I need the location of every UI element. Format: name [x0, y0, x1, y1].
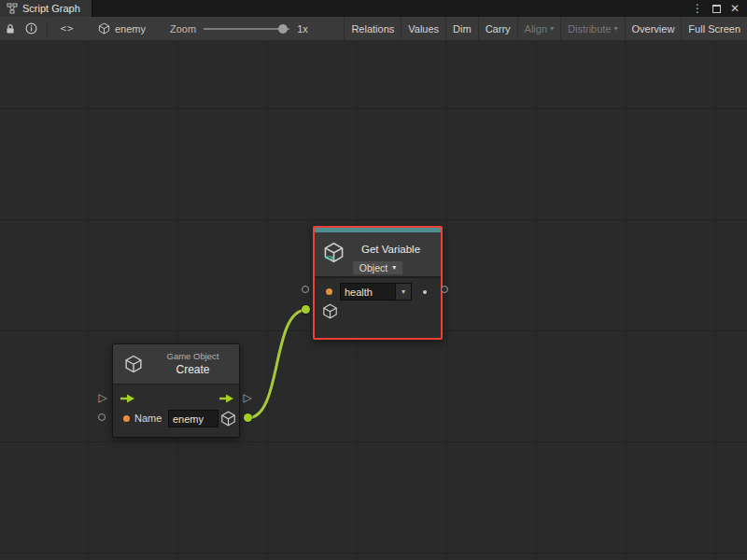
- node-group-label: Game Object: [150, 351, 235, 361]
- toolbar-button-overview[interactable]: Overview: [625, 17, 682, 40]
- chevron-down-icon: ▾: [402, 287, 405, 296]
- node-header: <> Get Variable Object ▾: [315, 232, 441, 277]
- tab-title: Script Graph: [22, 3, 80, 14]
- connection-wire[interactable]: [247, 310, 306, 418]
- target-object-cube-icon: [322, 303, 338, 319]
- chevron-down-icon: ▾: [550, 25, 554, 33]
- script-graph-window: Script Graph ⋮ ✕ <>: [0, 0, 747, 560]
- toolbar-button-distribute[interactable]: Distribute ▾: [560, 17, 624, 40]
- chevron-down-icon: ▾: [392, 264, 396, 272]
- graph-object-cube-icon: [98, 22, 110, 35]
- toolbar-button-relations[interactable]: Relations: [344, 17, 401, 40]
- game-object-cube-icon: [124, 355, 143, 373]
- flow-output-port[interactable]: ▷: [241, 391, 254, 404]
- info-icon[interactable]: [21, 17, 41, 40]
- node-header: Game Object Create: [113, 344, 239, 385]
- node-body: ▾: [315, 277, 441, 338]
- graph-identity: enemy: [98, 22, 146, 35]
- inline-value-indicator: [123, 415, 130, 422]
- tab-script-graph[interactable]: Script Graph: [0, 0, 92, 17]
- toolbar-button-carry[interactable]: Carry: [478, 17, 517, 40]
- node-titles: Game Object Create: [150, 351, 235, 376]
- variable-code-badge-icon: <>: [325, 253, 333, 262]
- zoom-label: Zoom: [170, 23, 196, 35]
- variable-name-input[interactable]: [340, 283, 396, 301]
- script-graph-icon: [7, 3, 18, 14]
- zoom-control: Zoom 1x: [170, 22, 308, 35]
- name-input-port[interactable]: [98, 413, 106, 421]
- kebab-menu-icon[interactable]: ⋮: [692, 3, 703, 14]
- code-view-icon[interactable]: <>: [53, 17, 81, 40]
- chevron-down-icon: ▾: [614, 25, 618, 33]
- name-input-port[interactable]: [302, 286, 309, 293]
- variable-name-dropdown-button[interactable]: ▾: [396, 283, 412, 301]
- maximize-icon[interactable]: [712, 5, 721, 13]
- lock-icon[interactable]: [0, 17, 21, 40]
- toolbar-button-values[interactable]: Values: [401, 17, 445, 40]
- value-output-indicator: [423, 290, 427, 294]
- param-name-label: Name: [134, 413, 162, 424]
- window-controls: ⋮ ✕: [692, 0, 747, 17]
- zoom-value: 1x: [297, 23, 308, 35]
- output-object-cube-icon: [220, 411, 236, 427]
- zoom-slider-handle[interactable]: [278, 24, 288, 34]
- zoom-slider-track: [204, 28, 289, 30]
- toolbar-separator: [47, 21, 48, 36]
- object-input-port-connected[interactable]: [302, 305, 310, 314]
- toolbar-button-dim[interactable]: Dim: [445, 17, 478, 40]
- graph-name-label: enemy: [115, 23, 146, 35]
- graph-toolbar: <> enemy Zoom 1x Relations Values Dim: [0, 17, 747, 41]
- value-output-port[interactable]: [441, 286, 448, 293]
- flow-input-port[interactable]: ▷: [96, 391, 109, 404]
- node-game-object-create[interactable]: Game Object Create Name: [112, 343, 240, 438]
- variable-name-field: ▾: [340, 283, 412, 301]
- toolbar-button-fullscreen[interactable]: Full Screen: [681, 17, 747, 40]
- object-output-port-connected[interactable]: [244, 413, 252, 422]
- close-icon[interactable]: ✕: [730, 3, 740, 14]
- flow-output-arrow-icon[interactable]: [218, 393, 235, 404]
- inline-value-indicator: [326, 288, 332, 295]
- node-title: Create: [150, 363, 235, 376]
- flow-input-arrow-icon[interactable]: [120, 393, 136, 404]
- toolbar-button-align[interactable]: Align ▾: [517, 17, 560, 40]
- node-title: Get Variable: [346, 244, 435, 255]
- window-titlebar: Script Graph ⋮ ✕: [0, 0, 747, 17]
- graph-canvas[interactable]: Game Object Create Name: [0, 41, 747, 560]
- zoom-slider[interactable]: [204, 22, 289, 35]
- name-value-input[interactable]: [168, 410, 218, 427]
- node-get-variable[interactable]: <> Get Variable Object ▾ ▾: [313, 226, 443, 340]
- variable-scope-dropdown[interactable]: Object ▾: [352, 260, 403, 275]
